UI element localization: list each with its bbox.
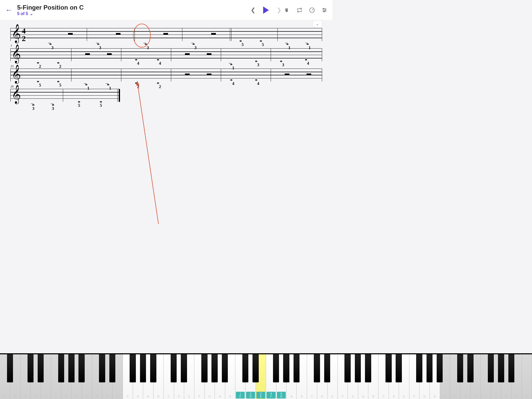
half-rest xyxy=(207,53,211,55)
chevron-down-icon: ⌄ xyxy=(30,11,33,16)
title-block: 5-Finger Position on C 5 of 5 ⌄ xyxy=(17,4,84,16)
time-signature: 42 xyxy=(22,27,26,42)
staff: 𝄞42𝅝3𝅝3𝅝3𝅝3𝅝5𝅝5𝅝1𝅝1 xyxy=(10,28,322,41)
play-button[interactable] xyxy=(263,6,269,14)
half-rest xyxy=(163,33,168,35)
fingering-number: 5 xyxy=(78,103,80,108)
staff: 𝄞𝅝5𝅝5𝅝1𝅝1𝅝2𝅝2𝅝4𝅝4 xyxy=(10,69,322,82)
svg-point-2 xyxy=(323,11,324,12)
fingering-number: 4 xyxy=(257,81,259,86)
staff: 𝄞𝅝3𝅝3𝅝5𝅝5 xyxy=(10,89,119,102)
fingering-number: 5 xyxy=(262,42,264,47)
loop-icon[interactable] xyxy=(297,7,302,13)
lesson-title: 5-Finger Position on C xyxy=(17,4,84,11)
app-header: ← 5-Finger Position on C 5 of 5 ⌄ ❮ ❯ xyxy=(0,0,332,20)
half-rest xyxy=(107,53,112,55)
playback-controls: ❮ ❯ xyxy=(251,6,281,14)
sheet-music-area: ⌄ 𝄞42𝅝3𝅝3𝅝3𝅝3𝅝5𝅝5𝅝1𝅝17𝄞𝅝2𝅝2𝅝4𝅝4𝅝1𝅝3𝅝3𝅝41… xyxy=(0,20,332,204)
half-rest xyxy=(207,74,211,75)
svg-line-3 xyxy=(137,81,163,224)
fingering-number: 4 xyxy=(159,61,161,66)
svg-point-1 xyxy=(325,10,326,11)
fingering-number: 4 xyxy=(232,81,234,86)
half-rest xyxy=(185,53,190,55)
annotation-circle xyxy=(133,24,151,48)
tempo-icon[interactable] xyxy=(309,7,315,13)
fingering-number: 2 xyxy=(59,64,61,69)
next-button[interactable]: ❯ xyxy=(277,7,281,14)
collapse-toggle[interactable]: ⌄ xyxy=(313,20,322,28)
fingering-number: 4 xyxy=(307,61,309,66)
lesson-progress-label: 5 of 5 xyxy=(17,11,28,16)
fingering-number: 3 xyxy=(257,63,259,67)
treble-clef-icon: 𝄞 xyxy=(11,25,21,41)
half-rest xyxy=(211,33,216,35)
right-toolbar xyxy=(284,7,327,13)
svg-point-0 xyxy=(323,8,324,9)
half-rest xyxy=(68,33,73,35)
fingering-number: 3 xyxy=(52,106,54,111)
fingering-number: 5 xyxy=(100,103,102,108)
back-button[interactable]: ← xyxy=(5,6,12,14)
settings-icon[interactable] xyxy=(322,7,327,13)
fingering-number: 5 xyxy=(242,42,244,47)
half-rest xyxy=(307,74,311,75)
half-rest xyxy=(285,74,289,75)
half-rest xyxy=(85,53,90,55)
hands-icon[interactable] xyxy=(284,7,290,13)
prev-button[interactable]: ❮ xyxy=(251,7,255,14)
treble-clef-icon: 𝄞 xyxy=(11,86,21,102)
staff: 𝄞𝅝2𝅝2𝅝4𝅝4𝅝1𝅝3𝅝3𝅝4 xyxy=(10,48,322,61)
fingering-number: 3 xyxy=(32,106,34,111)
half-rest xyxy=(116,33,121,35)
fingering-number: 2 xyxy=(39,64,41,69)
fingering-number: 4 xyxy=(137,61,139,66)
fingering-number: 5 xyxy=(39,83,41,88)
fingering-number: 2 xyxy=(137,84,139,89)
half-rest xyxy=(185,74,190,75)
fingering-number: 5 xyxy=(59,83,61,88)
treble-clef-icon: 𝄞 xyxy=(11,45,21,62)
fingering-number: 2 xyxy=(159,84,161,89)
fingering-number: 3 xyxy=(282,63,284,67)
lesson-progress-dropdown[interactable]: 5 of 5 ⌄ xyxy=(17,11,84,16)
treble-clef-icon: 𝄞 xyxy=(11,66,21,82)
